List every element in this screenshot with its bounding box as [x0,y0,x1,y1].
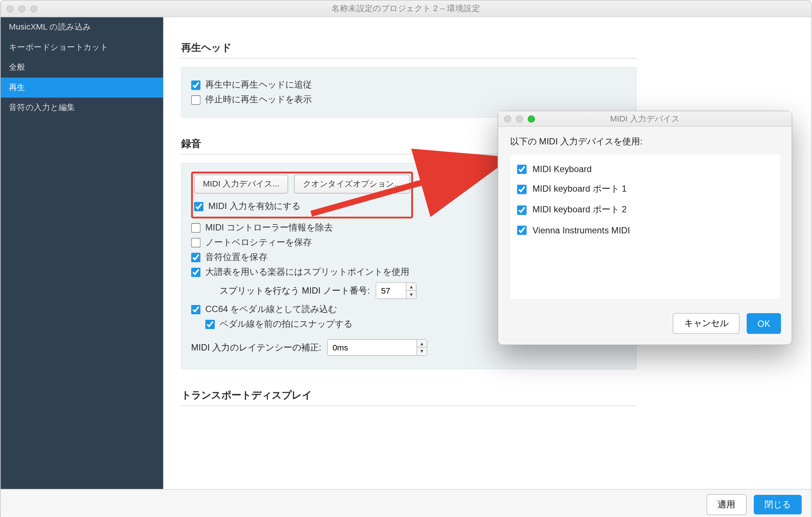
sidebar-item-label: 全般 [9,62,25,72]
device-checkbox[interactable] [517,205,527,215]
checkbox-label: 停止時に再生ヘッドを表示 [205,94,312,105]
annotation-highlight: MIDI 入力デバイス... クオンタイズオプション... MIDI 入力を有効… [191,172,413,219]
checkbox-preserve-position[interactable] [191,253,201,262]
midi-devices-dialog: MIDI 入力デバイス 以下の MIDI 入力デバイスを使用: MIDI Key… [498,111,792,345]
split-note-input[interactable] [376,283,406,298]
window-title: 名称未設定のプロジェクト 2 – 環境設定 [1,3,811,14]
dialog-title: MIDI 入力デバイス [498,113,792,124]
button-label: MIDI 入力デバイス... [203,179,279,188]
checkbox-label: 再生中に再生ヘッドに追従 [205,79,312,90]
sidebar-item-label: 再生 [9,82,25,92]
checkbox-remove-cc[interactable] [191,223,201,233]
checkbox-cc64-pedal[interactable] [191,305,201,314]
checkbox-label: 音符位置を保存 [205,251,267,263]
button-label: 閉じる [764,499,791,509]
checkbox-label: CC64 をペダル線として読み込む [205,304,337,315]
split-note-spinner[interactable]: ▲ ▼ [376,283,417,299]
footer: 適用 閉じる [1,489,811,517]
spinner-up-icon[interactable]: ▲ [417,340,427,347]
cancel-button[interactable]: キャンセル [673,313,740,334]
device-label: MIDI Keyboard [533,164,592,174]
checkbox-use-splitpoint[interactable] [191,267,201,277]
sidebar-item-shortcuts[interactable]: キーボードショートカット [1,37,164,58]
close-button[interactable]: 閉じる [754,495,802,514]
checkbox-enable-midi-input[interactable] [194,202,204,211]
section-transport-title: トランスポートディスプレイ [181,388,637,406]
apply-button[interactable]: 適用 [706,494,747,515]
button-label: キャンセル [684,318,729,328]
checkbox-preserve-velocity[interactable] [191,238,201,247]
sidebar-item-label: 音符の入力と編集 [9,102,75,112]
device-list: MIDI Keyboard MIDI keyboard ポート 1 MIDI k… [510,154,780,299]
ok-button[interactable]: OK [747,313,781,334]
prefs-window: 名称未設定のプロジェクト 2 – 環境設定 MusicXML の読み込み キーボ… [0,0,812,517]
latency-spinner[interactable]: ▲ ▼ [327,339,427,356]
device-checkbox[interactable] [517,225,527,235]
checkbox-label: MIDI 入力を有効にする [208,201,300,212]
button-label: OK [757,318,770,328]
device-checkbox[interactable] [517,184,527,194]
checkbox-label: MIDI コントローラー情報を除去 [205,222,333,233]
checkbox-label: ペダル線を前の拍にスナップする [220,318,353,329]
section-playhead-title: 再生ヘッド [181,41,637,59]
split-note-label: スプリットを行なう MIDI ノート番号: [220,285,370,296]
device-row[interactable]: MIDI Keyboard [512,159,777,179]
quantize-options-button[interactable]: クオンタイズオプション... [294,175,410,194]
device-checkbox[interactable] [517,164,527,174]
button-label: クオンタイズオプション... [303,179,401,188]
spinner-down-icon[interactable]: ▼ [407,291,416,298]
window-titlebar: 名称未設定のプロジェクト 2 – 環境設定 [1,1,811,17]
checkbox-snap-pedal[interactable] [205,319,215,329]
button-label: 適用 [718,499,735,509]
latency-label: MIDI 入力のレイテンシーの補正: [191,342,321,353]
device-row[interactable]: MIDI keyboard ポート 2 [512,199,777,220]
checkbox-follow-playhead[interactable] [191,80,201,90]
dialog-titlebar: MIDI 入力デバイス [498,111,792,127]
sidebar-item-label: キーボードショートカット [9,42,108,52]
midi-input-devices-button[interactable]: MIDI 入力デバイス... [194,175,288,194]
sidebar-item-label: MusicXML の読み込み [9,22,91,31]
spinner-up-icon[interactable]: ▲ [407,283,416,291]
device-label: MIDI keyboard ポート 2 [533,204,627,215]
spinner-down-icon[interactable]: ▼ [417,347,427,355]
panel-playhead: 再生中に再生ヘッドに追従 停止時に再生ヘッドを表示 [181,67,637,118]
sidebar-item-playback[interactable]: 再生 [1,78,164,98]
device-row[interactable]: Vienna Instruments MIDI [512,220,777,240]
checkbox-label: 大譜表を用いる楽器にはスプリットポイントを使用 [205,266,409,277]
device-row[interactable]: MIDI keyboard ポート 1 [512,179,777,199]
latency-input[interactable] [328,340,416,355]
device-label: MIDI keyboard ポート 1 [533,184,627,195]
sidebar: MusicXML の読み込み キーボードショートカット 全般 再生 音符の入力と… [1,17,164,489]
checkbox-show-on-stop[interactable] [191,95,201,105]
sidebar-item-noteinput[interactable]: 音符の入力と編集 [1,97,164,118]
dialog-prompt: 以下の MIDI 入力デバイスを使用: [510,136,780,147]
device-label: Vienna Instruments MIDI [533,225,630,235]
sidebar-item-general[interactable]: 全般 [1,57,164,78]
checkbox-label: ノートベロシティーを保存 [205,237,312,248]
sidebar-item-musicxml[interactable]: MusicXML の読み込み [1,17,164,37]
